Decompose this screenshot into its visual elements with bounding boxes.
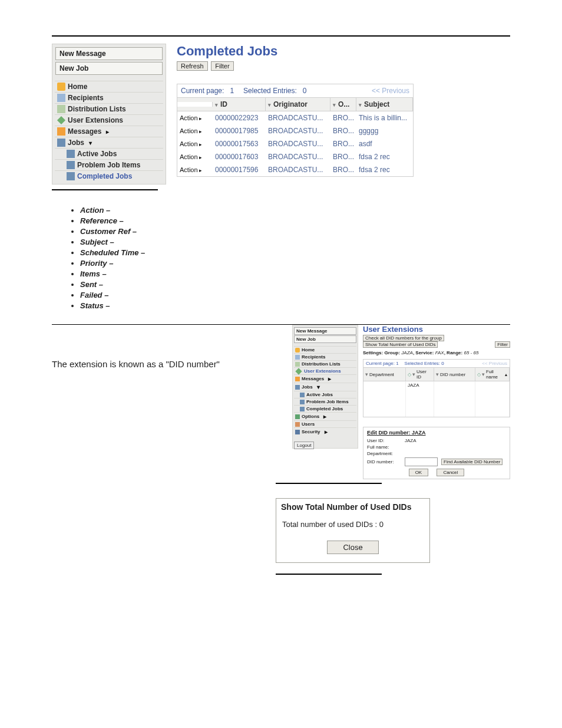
mini-nav-active-jobs[interactable]: Active Jobs	[294, 391, 356, 398]
logout-button[interactable]: Logout	[294, 442, 314, 449]
new-message-button[interactable]: New Message	[55, 47, 163, 60]
nav-active-jobs[interactable]: Active Jobs	[55, 148, 163, 159]
mini-new-message-button[interactable]: New Message	[294, 327, 356, 335]
table-row[interactable]: Action00000022923BROADCASTU...BRO...This…	[177, 111, 413, 124]
table-row[interactable]: JAZA	[363, 381, 510, 417]
close-button[interactable]: Close	[327, 541, 378, 554]
sort-icon[interactable]: ◇	[408, 372, 411, 377]
ue-selected-value: 0	[441, 361, 444, 366]
action-menu[interactable]: Action	[177, 151, 213, 163]
check-all-dids-button[interactable]: Check all DID numbers for the group	[363, 335, 444, 341]
messages-icon	[57, 127, 65, 136]
arrow-right-icon	[57, 116, 65, 124]
ok-button[interactable]: OK	[409, 469, 429, 476]
nav-distribution-lists[interactable]: Distribution Lists	[55, 103, 163, 114]
ue-filter-button[interactable]: Filter	[495, 341, 510, 348]
mini-nav-options[interactable]: Options	[294, 412, 356, 420]
table-row[interactable]: Action00000017985BROADCASTU...BRO...gggg…	[177, 124, 413, 137]
filter-icon[interactable]	[482, 371, 485, 377]
home-icon	[295, 348, 300, 353]
action-menu[interactable]: Action	[177, 164, 213, 176]
mini-nav-users[interactable]: Users	[294, 420, 356, 427]
find-available-did-button[interactable]: Find Available DID Number	[441, 459, 503, 465]
action-menu[interactable]: Action	[177, 125, 213, 137]
selected-entries-label: Selected Entries:	[243, 87, 297, 95]
field-bullet: Subject	[80, 238, 510, 246]
filter-button[interactable]: Filter	[211, 61, 233, 71]
cell-subject: fdsa 2 rec	[356, 163, 413, 176]
filter-icon[interactable]	[365, 371, 368, 377]
field-bullet: Reference	[80, 216, 510, 225]
active-jobs-icon	[300, 393, 305, 397]
cell-id: 00000017563	[213, 137, 266, 150]
col-user-id[interactable]: User ID	[416, 369, 432, 380]
mini-nav-security[interactable]: Security	[294, 427, 356, 436]
nav-label: Recipients	[302, 354, 325, 360]
nav-label: Completed Jobs	[306, 406, 343, 411]
nav-label: Security	[302, 429, 320, 434]
did-number-input[interactable]	[405, 457, 438, 466]
jobs-icon	[57, 139, 65, 147]
table-row[interactable]: Action00000017563BROADCASTU...BRO...asdf	[177, 137, 413, 150]
mini-sidebar: New Message New Job Home Recipients Dist…	[292, 325, 358, 449]
cell-owner: BRO...	[330, 150, 356, 163]
mini-nav-home[interactable]: Home	[294, 346, 356, 353]
did-number-label: DID number:	[367, 459, 401, 465]
section-divider	[276, 483, 382, 484]
col-owner[interactable]: O...	[338, 100, 349, 108]
action-menu[interactable]: Action	[177, 112, 213, 124]
field-bullet: Status	[80, 301, 510, 310]
cell-owner: BRO...	[330, 137, 356, 150]
filter-icon[interactable]	[215, 100, 218, 108]
col-full-name[interactable]: Full name	[486, 369, 503, 380]
edit-did-panel: Edit DID number: JAZA User ID:JAZA Full …	[363, 427, 510, 479]
mini-nav-jobs[interactable]: Jobs	[294, 383, 356, 391]
action-menu[interactable]: Action	[177, 138, 213, 150]
used-dids-title: Show Total Number of Used DIDs	[276, 499, 429, 518]
arrow-right-icon	[295, 368, 302, 374]
filter-icon[interactable]	[412, 371, 415, 377]
mini-new-job-button[interactable]: New Job	[294, 335, 356, 343]
col-department[interactable]: Department	[369, 372, 394, 377]
nav-recipients[interactable]: Recipients	[55, 92, 163, 103]
nav-completed-jobs[interactable]: Completed Jobs	[55, 170, 163, 182]
mini-nav-messages[interactable]: Messages	[294, 374, 356, 383]
nav-jobs[interactable]: Jobs	[55, 137, 163, 148]
mini-nav-user-extensions[interactable]: User Extensions	[294, 367, 356, 374]
refresh-button[interactable]: Refresh	[177, 61, 208, 71]
new-job-button[interactable]: New Job	[55, 62, 163, 75]
col-id[interactable]: ID	[220, 100, 227, 108]
col-did-number[interactable]: DID number	[440, 372, 465, 377]
cancel-button[interactable]: Cancel	[437, 469, 464, 476]
active-jobs-icon	[67, 150, 75, 158]
mini-nav-problem-job-items[interactable]: Problem Job Items	[294, 398, 356, 405]
nav-messages[interactable]: Messages	[55, 126, 163, 137]
col-subject[interactable]: Subject	[364, 100, 389, 108]
mini-nav-recipients[interactable]: Recipients	[294, 353, 356, 360]
problem-jobs-icon	[67, 161, 75, 169]
ue-selected-label: Selected Entries:	[405, 361, 440, 366]
previous-page-link[interactable]: << Previous	[372, 87, 409, 95]
nav-user-extensions[interactable]: User Extensions	[55, 114, 163, 126]
filter-icon[interactable]	[268, 100, 271, 108]
filter-icon[interactable]	[359, 100, 362, 108]
sort-icon[interactable]: ◇	[477, 372, 481, 377]
mini-nav-completed-jobs[interactable]: Completed Jobs	[294, 405, 356, 412]
cell-user-id: JAZA	[406, 381, 434, 417]
table-row[interactable]: Action00000017596BROADCASTU...BRO...fdsa…	[177, 163, 413, 176]
cell-originator: BROADCASTU...	[266, 163, 330, 176]
cell-subject: fdsa 2 rec	[356, 150, 413, 163]
section-divider	[52, 189, 158, 190]
user-extensions-screenshot: New Message New Job Home Recipients Dist…	[292, 325, 510, 479]
filter-icon[interactable]	[436, 371, 439, 377]
col-originator[interactable]: Originator	[273, 100, 308, 108]
table-row[interactable]: Action00000017603BROADCASTU...BRO...fdsa…	[177, 150, 413, 163]
did-caption: The extension is known as a "DID number"	[52, 359, 292, 369]
nav-home[interactable]: Home	[55, 81, 163, 92]
ue-previous-link[interactable]: << Previous	[482, 361, 507, 366]
mini-nav-distribution-lists[interactable]: Distribution Lists	[294, 360, 356, 367]
filter-icon[interactable]	[333, 100, 336, 108]
divider-top	[52, 35, 510, 37]
nav-problem-job-items[interactable]: Problem Job Items	[55, 159, 163, 170]
show-total-dids-button[interactable]: Show Total Number of Used DIDs	[363, 341, 438, 348]
